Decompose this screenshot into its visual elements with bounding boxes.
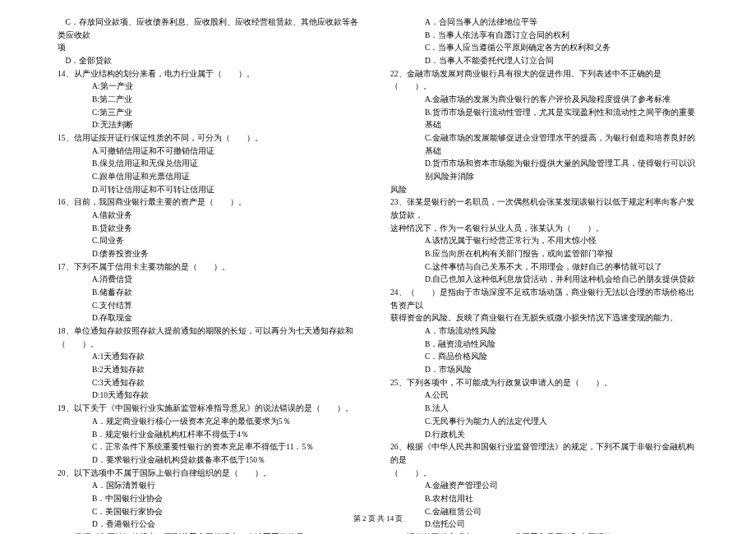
- q19-option-a: A．规定商业银行核心一级资本充足率的最低要求为5％: [58, 416, 366, 429]
- q16-option-a: A.借款业务: [58, 209, 366, 223]
- q16-option-d: D.债券投资业务: [58, 248, 366, 261]
- question-19: 19、以下关于《中国银行业实施新监管标准指导意见》的说法错误的是（ ）。: [58, 403, 366, 416]
- right-column: A．合同当事人的法律地位平等 B．当事人依法享有自愿订立合同的权利 C．当事人应…: [390, 16, 698, 534]
- option-d: D．全部贷款: [58, 55, 366, 68]
- q26-option-b: B.农村信用社: [390, 493, 698, 506]
- question-24: 24、（ ）是指由于市场深度不足或市场动荡，商业银行无法以合理的市场价格出售资产…: [390, 287, 698, 312]
- q16-option-b: B.贷款业务: [58, 223, 366, 236]
- q19-option-c: C．正常条件下系统重要性银行的资本充足率不得低于11．5％: [58, 441, 366, 454]
- q22-option-a: A.金融市场的发展为商业银行的客户评价及风险程度提供了参考标准: [390, 94, 698, 107]
- q17-option-b: B.储蓄存款: [58, 287, 366, 300]
- q22-option-b: B.货币市场是银行流动性管理，尤其是实现盈利性和流动性之间平衡的重要基础: [390, 107, 698, 132]
- q22-option-c: C.金融市场的发展能够促进企业管理水平的提高，为银行创造和培养良好的基础: [390, 132, 698, 158]
- q24-option-d: D．市场风险: [390, 364, 698, 377]
- q15-option-d: D.可转让信用证和不可转让信用证: [58, 184, 366, 197]
- q15-option-c: C.跟单信用证和光票信用证: [58, 171, 366, 184]
- q16-option-c: C.同业务: [58, 235, 366, 248]
- q21-option-d: D．当事人不能委托代理人订立合同: [390, 55, 698, 68]
- q23-option-b: B.应当向所在机构有关部门报告，或向监管部门举报: [390, 248, 698, 261]
- option-c-continue: C．存放同业款项、应收债券利息、应收股利、应收经营租赁款、其他应收款等各类应收款: [58, 16, 366, 42]
- question-22: 22、金融市场发展对商业银行具有很大的促进作用。下列表述中不正确的是（ ）。: [390, 68, 698, 94]
- q18-option-d: D:10天通知存款: [58, 389, 366, 403]
- option-c-continue2: 项: [58, 42, 366, 55]
- q17-option-a: A.消费信贷: [58, 274, 366, 287]
- left-column: C．存放同业款项、应收债券利息、应收股利、应收经营租赁款、其他应收款等各类应收款…: [58, 16, 366, 534]
- exam-page: C．存放同业款项、应收债券利息、应收股利、应收经营租赁款、其他应收款等各类应收款…: [0, 0, 756, 534]
- q14-option-b: B:第二产业: [58, 94, 366, 107]
- q18-option-c: C:3天通知存款: [58, 377, 366, 390]
- question-18: 18、单位通知存款按照存款人提前通知的期限的长短，可以再分为七天通知存款和（ ）…: [58, 325, 366, 351]
- q25-option-d: D.行政机关: [390, 429, 698, 442]
- question-23: 23、张某是银行的一名职员，一次偶然机会张某发现该银行以低于规定利率向客户发放贷…: [390, 196, 698, 222]
- question-24-cont: 获得资金的风险。反映了商业银行在无损失或微小损失情况下迅速变现的能力。: [390, 312, 698, 325]
- q19-option-d: D．要求银行业金融机构贷款拨备率不低于150％: [58, 454, 366, 467]
- question-25: 25、下列各项中，不可能成为行政复议申请人的是（ ）。: [390, 377, 698, 390]
- q24-option-c: C．商品价格风险: [390, 351, 698, 364]
- q23-option-a: A.该情况属于银行经营正常行为，不用大惊小怪: [390, 235, 698, 248]
- q25-option-a: A.公民: [390, 389, 698, 403]
- question-14: 14、从产业结构的划分来看，电力行业属于（ ）。: [58, 68, 366, 81]
- q21-option-a: A．合同当事人的法律地位平等: [390, 16, 698, 30]
- question-16: 16、目前，我国商业银行最主要的资产是（ ）。: [58, 196, 366, 209]
- q19-option-b: B．规定银行业金融机构杠杆率不得低于4％: [58, 429, 366, 442]
- q14-option-c: C:第三产业: [58, 107, 366, 120]
- q23-option-c: C.这件事情与自己关系不大，不用理会，做好自己的事情就可以了: [390, 261, 698, 274]
- q25-option-c: C.无民事行为能力人的法定代理人: [390, 416, 698, 429]
- q14-option-d: D:无法判断: [58, 119, 366, 132]
- page-footer: 第 2 页 共 14 页: [0, 513, 756, 524]
- q20-option-b: B．中国银行业协会: [58, 493, 366, 506]
- q17-option-c: C.支付结算: [58, 300, 366, 313]
- question-26-cont: （ ）。: [390, 467, 698, 481]
- q24-option-a: A．市场流动性风险: [390, 325, 698, 338]
- q21-option-b: B．当事人依法享有自愿订立合同的权利: [390, 30, 698, 43]
- q22-option-d-cont: 风险: [390, 184, 698, 197]
- q23-option-d: D.自己也加入这种低利息放贷活动，并利用这种机会给自己的朋友提供贷款: [390, 274, 698, 287]
- q25-option-b: B.法人: [390, 403, 698, 416]
- question-23-cont: 这种情况下，作为一名银行从业人员，张某认为（ ）。: [390, 223, 698, 236]
- q21-option-c: C．当事人应当遵循公平原则确定各方的权利和义务: [390, 42, 698, 55]
- q14-option-a: A:第一产业: [58, 81, 366, 94]
- q15-option-a: A.可撤销信用证和不可撤销信用证: [58, 145, 366, 159]
- q20-option-a: A．国际清算银行: [58, 480, 366, 493]
- q15-option-b: B.保兑信用证和无保兑信用证: [58, 158, 366, 171]
- question-15: 15、信用证按开证行保证性质的不同，可分为（ ）。: [58, 132, 366, 145]
- question-20: 20、以下选项中不属于国际上银行自律组织的是（ ）。: [58, 467, 366, 481]
- q26-option-a: A.金融资产管理公司: [390, 480, 698, 493]
- q17-option-d: D.存取现金: [58, 312, 366, 325]
- q18-option-a: A:1天通知存款: [58, 351, 366, 364]
- q18-option-b: B:2天通知存款: [58, 364, 366, 377]
- q22-option-d: D.货币市场和资本市场能为银行提供大量的风险管理工具，使得银行可以识别风险并消除: [390, 158, 698, 183]
- question-17: 17、下列不属于信用卡主要功能的是（ ）。: [58, 261, 366, 274]
- q24-option-b: B．融资流动性风险: [390, 338, 698, 352]
- question-26: 26、根据《中华人民共和国银行业监督管理法》的规定，下列不属于非银行金融机构的是: [390, 441, 698, 467]
